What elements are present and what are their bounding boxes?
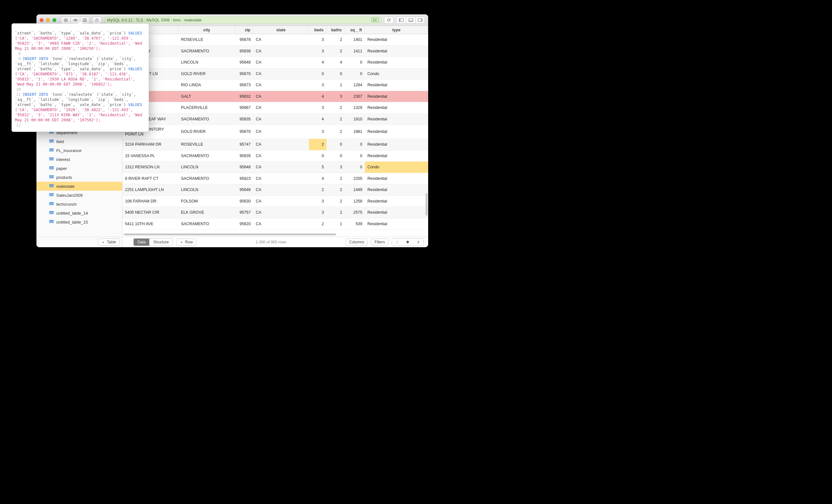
sidebar-item-untitled_table_14[interactable]: untitled_table_14 — [36, 208, 122, 218]
cell[interactable]: 539 — [345, 219, 365, 230]
table-row[interactable]: FORD COURT LNGOLD RIVER95670CA000Condo — [123, 68, 428, 80]
cell[interactable]: 3 — [327, 91, 345, 102]
col-beds[interactable]: beds — [309, 26, 327, 34]
cell[interactable]: CA — [253, 207, 309, 218]
refresh-button[interactable] — [384, 17, 394, 24]
cell[interactable]: 2 — [309, 219, 327, 230]
cell[interactable]: CA — [253, 46, 309, 57]
cell[interactable]: SACRAMENTO — [178, 173, 235, 184]
cell[interactable]: 3 — [309, 102, 327, 113]
cell[interactable]: 1329 — [345, 102, 365, 113]
cell[interactable]: CA — [253, 184, 309, 195]
cell[interactable]: CA — [253, 173, 309, 184]
table-row[interactable]: EY LNLINCOLN95648CA440Residential — [123, 57, 428, 68]
cell[interactable]: 5405 NECTAR CIR — [123, 207, 178, 218]
cell[interactable]: ELK GROVE — [178, 207, 235, 218]
table-row[interactable]: RAMA DRPLACERVILLE95667CA321329Residenti… — [123, 102, 428, 114]
lock-button[interactable] — [92, 17, 102, 24]
cell[interactable]: LINCOLN — [178, 162, 235, 173]
cell[interactable]: Residential — [365, 219, 428, 230]
col-type[interactable]: type — [365, 26, 428, 34]
cell[interactable]: 1449 — [345, 184, 365, 195]
cell[interactable]: RIO LINDA — [178, 80, 235, 91]
sidebar-item-interest[interactable]: interest — [36, 155, 122, 164]
cell[interactable]: 3 — [309, 46, 327, 57]
cell[interactable]: 15 VANESSA PL — [123, 150, 178, 162]
sidebar-item-SalesJan2009[interactable]: SalesJan2009 — [36, 191, 122, 200]
cell[interactable]: 2 — [327, 184, 345, 195]
cell[interactable]: ROSEVILLE — [178, 34, 235, 45]
cell[interactable]: Condo — [365, 68, 428, 80]
cell[interactable]: 0 — [327, 150, 345, 162]
cell[interactable]: CA — [253, 219, 309, 230]
cell[interactable]: 2 — [327, 46, 345, 57]
cell[interactable]: SACRAMENTO — [178, 114, 235, 125]
cell[interactable]: 3 — [309, 207, 327, 218]
minimize-icon[interactable] — [46, 18, 50, 22]
col-city[interactable]: city — [178, 26, 235, 34]
table-row[interactable]: 106 FARHAM DRFOLSOM95630CA321258Resident… — [123, 196, 428, 207]
table-row[interactable]: 2015 PROMONTORY POINT LNGOLD RIVER95670C… — [123, 125, 428, 139]
cell[interactable]: Residential — [365, 80, 428, 91]
cell[interactable]: 95648 — [235, 184, 253, 195]
cell[interactable]: Residential — [365, 91, 428, 102]
table-row[interactable]: 8 RIVER RAFT CTSACRAMENTO95823CA422205Re… — [123, 173, 428, 185]
cell[interactable]: 0 — [345, 162, 365, 173]
cell[interactable]: 95667 — [235, 102, 253, 113]
cell[interactable]: 1 — [327, 219, 345, 230]
cell[interactable]: 95835 — [235, 150, 253, 162]
table-row[interactable]: TRIO LINDA95673CA311284Residential — [123, 80, 428, 91]
cell[interactable]: 1411 — [345, 46, 365, 57]
cell[interactable]: 0 — [327, 68, 345, 80]
cell[interactable]: 2 — [309, 139, 327, 150]
cell[interactable]: 0 — [345, 139, 365, 150]
table-row[interactable]: 15 VANESSA PLSACRAMENTO95835CA000Residen… — [123, 150, 428, 162]
cell[interactable]: CA — [253, 102, 309, 113]
sidebar-item-realestate[interactable]: realestate — [36, 182, 122, 191]
cell[interactable]: CA — [253, 114, 309, 125]
cell[interactable]: CA — [253, 57, 309, 68]
cell[interactable]: FOLSOM — [178, 196, 235, 207]
cell[interactable]: 0 — [345, 150, 365, 162]
cell[interactable]: CA — [253, 80, 309, 91]
close-icon[interactable] — [40, 18, 44, 22]
sidebar-item-techcrunch[interactable]: techcrunch — [36, 200, 122, 208]
cell[interactable]: 95678 — [235, 34, 253, 45]
cell[interactable]: Residential — [365, 34, 428, 45]
filters-button[interactable]: Filters — [371, 239, 389, 246]
cell[interactable]: 95820 — [235, 219, 253, 230]
cell[interactable]: Residential — [365, 102, 428, 113]
cell[interactable]: LINCOLN — [178, 184, 235, 195]
cell[interactable]: 2 — [327, 125, 345, 139]
cell[interactable]: 95835 — [235, 114, 253, 125]
col-baths[interactable]: baths — [327, 26, 345, 34]
cell[interactable]: 3 — [309, 34, 327, 45]
gear-button[interactable]: ✱ — [402, 239, 413, 246]
cell[interactable]: CA — [253, 139, 309, 150]
cell[interactable]: 0 — [345, 57, 365, 68]
cell[interactable]: SACRAMENTO — [178, 219, 235, 230]
cell[interactable]: Residential — [365, 173, 428, 184]
table-row[interactable]: 3224 PARKHAM DRROSEVILLE95747CA200Reside… — [123, 139, 428, 150]
sidebar-item-untitled_table_15[interactable]: untitled_table_15 — [36, 218, 122, 226]
cell[interactable]: 2 — [327, 196, 345, 207]
cell[interactable]: 2 — [327, 102, 345, 113]
cell[interactable]: 2205 — [345, 173, 365, 184]
cell[interactable]: 4 — [309, 173, 327, 184]
cell[interactable]: CA — [253, 125, 309, 139]
cell[interactable]: PLACERVILLE — [178, 102, 235, 113]
cell[interactable]: Residential — [365, 114, 428, 125]
cell[interactable]: 2307 — [345, 91, 365, 102]
cancel-button[interactable] — [61, 17, 70, 24]
table-row[interactable]: N CTGALT95632CA432307Residential — [123, 91, 428, 103]
v-scroll-thumb[interactable] — [425, 193, 427, 216]
h-scrollbar[interactable] — [123, 232, 428, 237]
cell[interactable]: 95673 — [235, 80, 253, 91]
cell[interactable]: 5411 10TH AVE — [123, 219, 178, 230]
grid-body[interactable]: RCH CTROSEVILLE95678CA321401ResidentialN… — [123, 34, 428, 232]
cell[interactable]: 3 — [327, 162, 345, 173]
cell[interactable]: GOLD RIVER — [178, 68, 235, 80]
table-row[interactable]: N SPIKE WAYSACRAMENTO95838CA321411Reside… — [123, 46, 428, 57]
cell[interactable]: 1312 RENISON LN — [123, 162, 178, 173]
sidebar-item-FL_insurance[interactable]: FL_insurance — [36, 146, 122, 155]
